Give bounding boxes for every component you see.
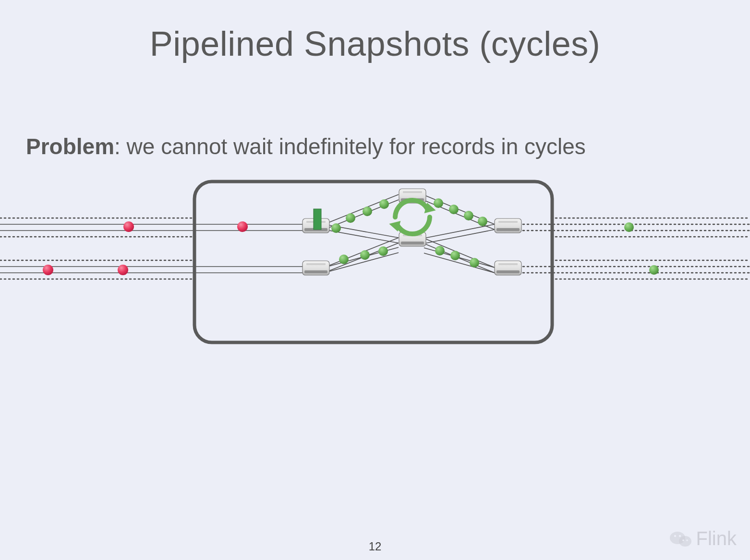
svg-rect-49	[498, 263, 518, 265]
record-green	[339, 255, 349, 264]
record-red	[237, 221, 248, 232]
svg-rect-40	[403, 191, 422, 193]
record-green	[360, 250, 370, 260]
problem-text: : we cannot wait indefinitely for record…	[114, 134, 586, 159]
sink-task-2	[495, 261, 521, 275]
slide-title: Pipelined Snapshots (cycles)	[0, 24, 750, 63]
record-green	[478, 217, 487, 226]
svg-rect-37	[306, 263, 326, 265]
record-green	[470, 258, 479, 268]
svg-point-53	[679, 536, 691, 547]
record-green	[331, 223, 341, 233]
record-red	[43, 265, 53, 275]
record-red	[123, 221, 134, 232]
wechat-icon	[669, 529, 692, 548]
svg-point-54	[674, 535, 676, 536]
svg-line-28	[424, 224, 495, 238]
record-green	[379, 199, 389, 209]
record-green	[649, 265, 659, 275]
record-green	[464, 211, 473, 220]
record-green	[624, 222, 634, 232]
sink-task-1	[495, 219, 521, 233]
pipeline-diagram	[0, 173, 750, 346]
problem-label: Problem	[26, 134, 114, 159]
record-green	[378, 246, 388, 256]
page-number: 12	[0, 540, 750, 553]
record-green	[363, 207, 372, 216]
flink-watermark: Flink	[669, 528, 737, 549]
svg-point-55	[678, 535, 680, 536]
checkpoint-barrier	[314, 209, 321, 230]
svg-rect-42	[401, 242, 424, 244]
record-green	[434, 198, 443, 208]
svg-rect-45	[496, 228, 520, 231]
watermark-text: Flink	[696, 528, 737, 549]
record-red	[118, 265, 128, 275]
svg-line-23	[424, 243, 495, 273]
problem-statement: Problem: we cannot wait indefinitely for…	[26, 134, 586, 159]
svg-rect-36	[304, 270, 327, 273]
record-green	[449, 205, 459, 214]
record-green	[450, 251, 460, 260]
svg-rect-46	[498, 221, 518, 223]
cycle-icon	[389, 200, 435, 234]
source-task-2	[302, 261, 329, 275]
svg-line-29	[424, 230, 495, 243]
svg-line-16	[324, 195, 399, 224]
svg-rect-48	[496, 270, 520, 273]
record-green	[435, 246, 445, 256]
dotted-channels	[0, 218, 750, 279]
svg-point-57	[686, 539, 688, 541]
in-transit-records-red	[43, 221, 248, 275]
svg-point-56	[682, 539, 684, 541]
record-green	[346, 213, 355, 223]
